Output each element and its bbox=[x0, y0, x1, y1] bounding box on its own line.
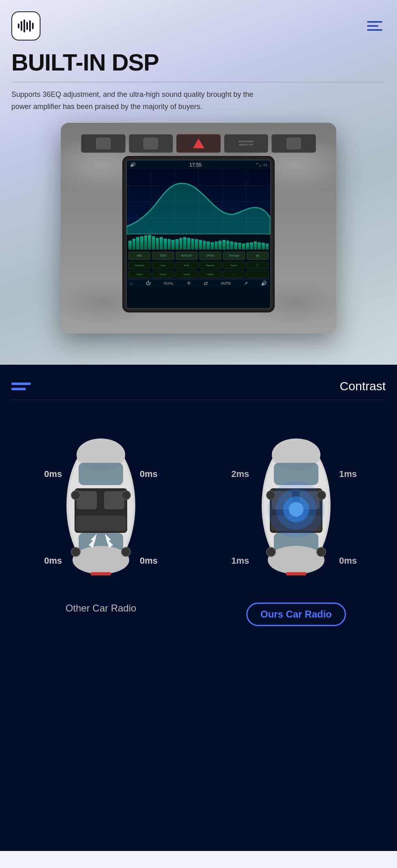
svg-point-23 bbox=[73, 546, 129, 574]
header bbox=[11, 0, 386, 45]
our-timing-bottom-right: 0ms bbox=[339, 556, 357, 566]
fan-icon[interactable]: ✳ bbox=[187, 280, 191, 286]
svg-rect-21 bbox=[76, 515, 126, 531]
reset-btn[interactable]: Reset bbox=[223, 262, 245, 269]
contrast-bar-2 bbox=[11, 388, 26, 390]
dash-btn-3: PASSENGERAIRBAG OFF bbox=[224, 134, 269, 153]
radio-screen[interactable]: 🔊 17:55 ⌃⌄ ▭ bbox=[126, 159, 271, 309]
bottom-section: Contrast 0ms 0ms 0ms 0ms bbox=[0, 365, 397, 851]
minus-btn[interactable]: − bbox=[246, 271, 269, 278]
other-car-label: Other Car Radio bbox=[66, 603, 137, 614]
our-timing-top-left: 2ms bbox=[231, 469, 249, 479]
through-btn[interactable]: Through bbox=[223, 252, 245, 260]
popular-btn[interactable]: Popular bbox=[199, 262, 222, 269]
screen-time: 17:55 bbox=[189, 162, 201, 168]
vol-icon-2[interactable]: 🔊 bbox=[261, 280, 267, 286]
svg-point-46 bbox=[289, 502, 303, 517]
top-section: BUILT-IN DSP Supports 36EQ adjustment, a… bbox=[0, 0, 397, 365]
svg-point-47 bbox=[267, 491, 275, 500]
svg-rect-2 bbox=[23, 19, 25, 32]
contrast-title: Contrast bbox=[340, 379, 386, 393]
our-car-svg bbox=[256, 432, 337, 578]
dash-btn-4 bbox=[271, 134, 316, 153]
contrast-header: Contrast bbox=[11, 365, 386, 400]
our-car-label-btn[interactable]: Ours Car Radio bbox=[246, 603, 346, 626]
our-timing-bottom-left: 1ms bbox=[231, 556, 249, 566]
section-divider bbox=[11, 82, 386, 83]
svg-rect-51 bbox=[286, 572, 306, 575]
svg-point-42 bbox=[268, 546, 324, 574]
dual-icon: DUAL bbox=[164, 281, 174, 285]
power-icon[interactable]: ⏻ bbox=[146, 280, 151, 286]
user1-btn[interactable]: User1 bbox=[128, 271, 151, 278]
screen-topbar: 🔊 17:55 ⌃⌄ ▭ bbox=[127, 160, 270, 169]
svg-point-49 bbox=[267, 547, 275, 556]
auto-label: AUTO bbox=[221, 281, 231, 285]
other-timing-bottom-left: 0ms bbox=[44, 556, 62, 566]
svg-point-26 bbox=[71, 547, 80, 556]
dash-btn-2 bbox=[129, 134, 173, 153]
svg-rect-3 bbox=[26, 22, 28, 30]
dash-btn-1 bbox=[81, 134, 126, 153]
hamburger-menu-icon[interactable] bbox=[364, 18, 386, 34]
dashboard-panel: PASSENGERAIRBAG OFF bbox=[81, 134, 316, 153]
hero-description: Supports 36EQ adjustment, and the ultra-… bbox=[11, 89, 271, 113]
svg-rect-0 bbox=[18, 24, 19, 28]
svg-point-27 bbox=[122, 547, 130, 556]
svg-rect-4 bbox=[29, 20, 31, 32]
svg-point-25 bbox=[122, 491, 130, 500]
sound-wave-icon bbox=[16, 16, 36, 36]
user5-btn[interactable]: User5 bbox=[199, 271, 222, 278]
eq-sliders-row bbox=[127, 234, 270, 250]
other-timing-top-right: 0ms bbox=[140, 469, 158, 479]
user2-btn[interactable]: User2 bbox=[152, 271, 174, 278]
rock-btn[interactable]: Rock bbox=[175, 262, 198, 269]
page-title: BUILT-IN DSP bbox=[11, 49, 386, 75]
plus-btn[interactable]: + bbox=[223, 271, 245, 278]
info-btn[interactable]: ⓘ bbox=[246, 262, 269, 269]
our-car-wrapper: 2ms 1ms 1ms 0ms bbox=[243, 420, 349, 599]
classical-btn[interactable]: Classical bbox=[128, 262, 151, 269]
svg-rect-17 bbox=[79, 463, 123, 485]
our-timing-top-right: 1ms bbox=[339, 469, 357, 479]
nav-icon[interactable]: ↗ bbox=[244, 280, 248, 286]
vol-btn[interactable]: ●|| bbox=[247, 252, 269, 260]
ac-icon[interactable]: ⇄ bbox=[204, 280, 208, 286]
screen-volume-icon: 🔊 bbox=[130, 162, 136, 167]
user-presets-row: User1 User2 User3 User5 + − bbox=[127, 270, 270, 279]
other-timing-bottom-right: 0ms bbox=[140, 556, 158, 566]
screen-mode-row-1: ●dts DDD ●DOLBY SRS● Through ●|| bbox=[127, 250, 270, 261]
srs-btn[interactable]: SRS● bbox=[199, 252, 221, 260]
comparison-section: 0ms 0ms 0ms 0ms bbox=[11, 420, 386, 642]
our-car-comparison: 2ms 1ms 1ms 0ms bbox=[207, 420, 386, 626]
screen-mode-row-2: Classical Jazz Rock Popular Reset ⓘ bbox=[127, 261, 270, 270]
dolby-btn[interactable]: ●DOLBY bbox=[176, 252, 198, 260]
contrast-bars-icon bbox=[11, 383, 31, 390]
ddd-btn[interactable]: DDD bbox=[152, 252, 174, 260]
svg-rect-1 bbox=[21, 21, 22, 31]
other-timing-top-left: 0ms bbox=[44, 469, 62, 479]
other-car-comparison: 0ms 0ms 0ms 0ms bbox=[11, 420, 190, 626]
car-radio-image: PASSENGERAIRBAG OFF 🔊 17:55 ⌃⌄ ▭ bbox=[11, 123, 386, 334]
other-car-svg bbox=[60, 432, 141, 578]
svg-point-24 bbox=[71, 491, 80, 500]
svg-rect-5 bbox=[32, 23, 34, 29]
svg-rect-32 bbox=[91, 572, 111, 575]
dts-btn[interactable]: ●dts bbox=[128, 252, 150, 260]
other-car-wrapper: 0ms 0ms 0ms 0ms bbox=[48, 420, 154, 599]
contrast-bar-1 bbox=[11, 383, 31, 385]
screen-battery-icon: ▭ bbox=[263, 162, 267, 167]
svg-point-48 bbox=[317, 491, 326, 500]
screen-expand-icon: ⌃⌄ bbox=[255, 162, 262, 167]
svg-point-50 bbox=[317, 547, 326, 556]
dash-warning-btn bbox=[176, 134, 221, 153]
car-interior-frame: PASSENGERAIRBAG OFF 🔊 17:55 ⌃⌄ ▭ bbox=[61, 123, 336, 334]
screen-bottom-bar: ⌂ ⏻ DUAL ✳ ⇄ AUTO ↗ 🔊 bbox=[127, 279, 270, 287]
user3-btn[interactable]: User3 bbox=[175, 271, 198, 278]
home-icon[interactable]: ⌂ bbox=[130, 280, 133, 286]
jazz-btn[interactable]: Jazz bbox=[152, 262, 174, 269]
eq-graph bbox=[127, 169, 270, 234]
logo-icon bbox=[11, 11, 41, 41]
